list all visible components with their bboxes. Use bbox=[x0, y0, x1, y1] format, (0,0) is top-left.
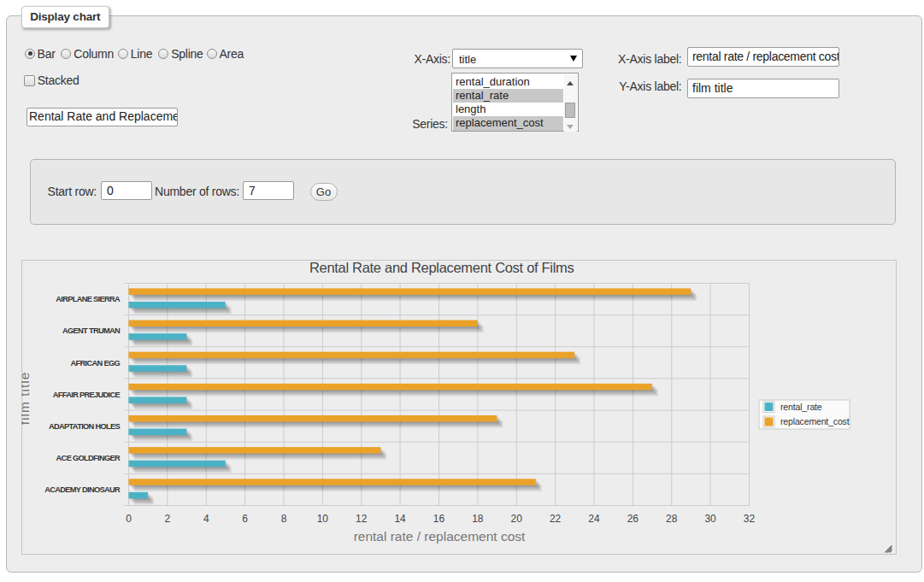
svg-text:ACE GOLDFINGER: ACE GOLDFINGER bbox=[56, 454, 121, 462]
svg-text:16: 16 bbox=[433, 513, 445, 525]
svg-text:2: 2 bbox=[165, 513, 171, 525]
svg-text:14: 14 bbox=[394, 513, 406, 525]
svg-text:30: 30 bbox=[704, 513, 716, 525]
svg-text:18: 18 bbox=[472, 513, 484, 525]
svg-text:0: 0 bbox=[126, 513, 132, 525]
svg-text:6: 6 bbox=[242, 513, 248, 525]
svg-text:replacement_cost: replacement_cost bbox=[780, 416, 850, 426]
svg-text:8: 8 bbox=[281, 513, 287, 525]
svg-text:AGENT TRUMAN: AGENT TRUMAN bbox=[62, 326, 121, 335]
svg-text:22: 22 bbox=[550, 513, 562, 525]
svg-text:ADAPTATION HOLES: ADAPTATION HOLES bbox=[49, 422, 120, 431]
svg-text:12: 12 bbox=[356, 513, 368, 525]
svg-text:4: 4 bbox=[203, 513, 209, 525]
svg-text:AIRPLANE SIERRA: AIRPLANE SIERRA bbox=[56, 295, 121, 303]
svg-text:rental_rate: rental_rate bbox=[780, 402, 822, 412]
svg-text:24: 24 bbox=[588, 513, 600, 525]
svg-text:28: 28 bbox=[666, 513, 678, 525]
svg-text:rental rate / replacement cost: rental rate / replacement cost bbox=[354, 529, 526, 544]
svg-text:ACADEMY DINOSAUR: ACADEMY DINOSAUR bbox=[44, 485, 121, 494]
svg-text:film title: film title bbox=[21, 372, 32, 426]
svg-text:32: 32 bbox=[744, 513, 756, 525]
svg-text:Rental Rate and Replacement Co: Rental Rate and Replacement Cost of Film… bbox=[309, 260, 574, 275]
svg-text:AFFAIR PREJUDICE: AFFAIR PREJUDICE bbox=[53, 391, 121, 399]
svg-text:26: 26 bbox=[627, 513, 639, 525]
svg-text:AFRICAN EGG: AFRICAN EGG bbox=[71, 359, 121, 367]
svg-text:20: 20 bbox=[511, 513, 523, 525]
svg-text:10: 10 bbox=[317, 513, 329, 525]
